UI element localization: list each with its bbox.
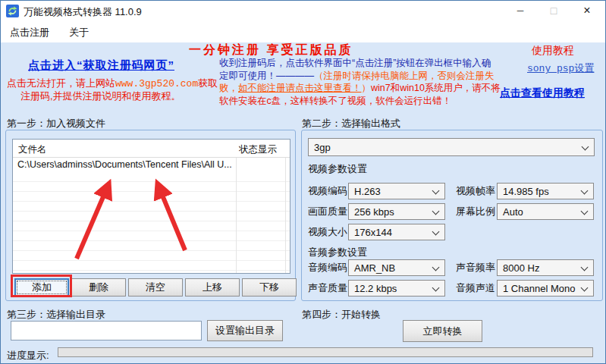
aspect-ratio-label: 屏幕比例 [456,203,495,220]
file-list-groupbox: 文件名 状态显示 C:\Users\adminss\Documents\Tenc… [5,130,296,301]
menu-item-register[interactable]: 点击注册 [10,26,49,39]
step2-label: 第二步：选择输出格式 [302,117,400,130]
audio-codec-select[interactable]: AMR_NB [348,259,445,276]
empty-list-row [13,172,290,182]
app-icon [6,5,19,17]
empty-list-row [13,271,290,274]
empty-list-row [13,231,290,241]
audio-codec-label: 音频编码 [308,259,347,276]
audio-channels-select[interactable]: 1 Channel Mono [497,280,594,297]
website-link[interactable]: www.3gp520.com [115,78,198,89]
column-header-status[interactable]: 状态显示 [239,143,277,156]
chevron-down-icon [432,228,440,236]
cannot-register-help-link[interactable]: 如不能注册请点击这里查看！ [238,83,362,93]
chevron-down-icon [581,264,589,271]
maximize-button: □ [537,1,570,20]
fallback-instruction-line1: 点击无法打开，请上网站www.3gp520.com获取 [7,77,218,90]
fallback-instruction-line2: 注册码,并提供注册说明和使用教程。 [20,89,181,103]
convert-refresh-icon [8,6,17,16]
registration-instructions: 收到注册码后，点击软件界面中“点击注册”按钮在弹出框中输入确 定即可使用！———… [219,57,497,107]
empty-list-row [13,261,290,271]
video-size-select[interactable]: 176x144 [348,224,445,240]
format-groupbox: 3gp 视频参数设置 视频编码 H.263 视频帧率 14.985 fps 画面… [301,130,603,301]
chevron-down-icon [432,187,440,195]
add-button[interactable]: 添加 [14,278,69,297]
picture-quality-select[interactable]: 256 kbps [348,203,445,220]
empty-list-row [13,182,290,192]
output-format-value: 3gp [314,142,331,153]
video-framerate-label: 视频帧率 [456,183,495,199]
instruction-line-4: 软件安装在c盘，这样转换不了视频，软件会运行出错！ [219,95,497,108]
empty-list-row [13,202,290,212]
view-tutorial-link[interactable]: 点击查看使用教程 [500,86,585,100]
step4-label: 第四步：开始转换 [302,308,381,322]
fallback-prefix: 点击无法打开，请上网站 [7,77,115,89]
window-title: 万能视频格式转换器 11.0.9 [24,5,142,19]
output-directory-input[interactable] [11,321,202,340]
progress-bar [58,347,593,357]
chevron-down-icon [432,284,440,292]
file-list[interactable]: 文件名 状态显示 C:\Users\adminss\Documents\Tenc… [12,139,290,274]
chevron-down-icon [432,264,440,271]
instruction-line-2: 定即可使用！————（注册时请保持电脑能上网，否则会注册失 [219,70,497,83]
delete-button[interactable]: 删除 [71,278,126,297]
video-framerate-select[interactable]: 14.985 fps [497,183,594,199]
client-area: 一分钟注册 享受正版品质 使用教程 点击进入“获取注册码网页” 点击无法打开，请… [1,42,605,364]
instruction-line-1: 收到注册码后，点击软件界面中“点击注册”按钮在弹出框中输入确 [219,57,497,70]
column-header-filename[interactable]: 文件名 [18,143,47,156]
audio-channels-label: 音频声道 [456,280,495,297]
move-up-button[interactable]: 上移 [185,278,240,297]
empty-list-row [13,221,290,231]
menu-bar: 点击注册 关于 [1,21,605,42]
close-icon: × [583,4,590,17]
clear-button[interactable]: 清空 [128,278,183,297]
sony-psp-settings-link[interactable]: sony psp设置 [527,61,594,75]
set-output-directory-button[interactable]: 设置输出目录 [207,320,283,341]
empty-list-row [13,192,290,202]
output-format-select[interactable]: 3gp [308,138,595,156]
chevron-down-icon [582,143,589,151]
minimize-button[interactable]: ─ [504,1,537,20]
empty-list-row [13,241,290,251]
app-window: 万能视频格式转换器 11.0.9 ─ □ × 点击注册 关于 一分钟注册 享受正… [0,0,606,364]
video-size-label: 视频大小 [308,224,347,240]
audio-quality-select[interactable]: 12.2 kbps [348,280,445,297]
audio-section-label: 音频参数设置 [308,246,367,259]
video-section-label: 视频参数设置 [308,162,367,176]
chevron-down-icon [581,284,589,292]
instruction-line-3: 败，如不能注册请点击这里查看！）win7和win10系统用户，请不将 [219,82,497,95]
title-bar: 万能视频格式转换器 11.0.9 ─ □ × [1,1,605,21]
video-codec-select[interactable]: H.263 [348,183,445,199]
audio-quality-label: 声音质量 [308,280,347,297]
progress-label: 进度显示: [7,349,49,362]
step3-label: 第三步：选择输出目录 [7,308,105,322]
maximize-icon: □ [551,5,557,17]
sample-rate-label: 声音频率 [456,259,495,276]
video-codec-label: 视频编码 [308,183,347,199]
close-button[interactable]: × [570,1,604,20]
menu-item-about[interactable]: 关于 [69,26,89,39]
minimize-icon: ─ [517,5,524,16]
picture-quality-label: 画面质量 [308,203,347,220]
move-down-button[interactable]: 下移 [242,278,297,297]
promo-headline: 一分钟注册 享受正版品质 [189,42,353,58]
file-row[interactable]: C:\Users\adminss\Documents\Tencent Files… [13,158,290,172]
chevron-down-icon [432,208,440,215]
sample-rate-select[interactable]: 8000 Hz [497,259,594,276]
convert-now-button[interactable]: 立即转换 [403,320,482,342]
empty-list-row [13,212,290,221]
empty-list-row [13,251,290,261]
tutorial-heading: 使用教程 [532,44,574,58]
step1-label: 第一步：加入视频文件 [7,117,105,130]
chevron-down-icon [581,187,589,195]
file-path-cell: C:\Users\adminss\Documents\Tencent Files… [17,159,232,170]
file-list-header: 文件名 状态显示 [13,140,290,158]
get-register-code-link[interactable]: 点击进入“获取注册码网页” [28,58,174,73]
aspect-ratio-select[interactable]: Auto [497,203,594,220]
chevron-down-icon [581,208,589,215]
fallback-suffix: 获取 [198,77,218,89]
